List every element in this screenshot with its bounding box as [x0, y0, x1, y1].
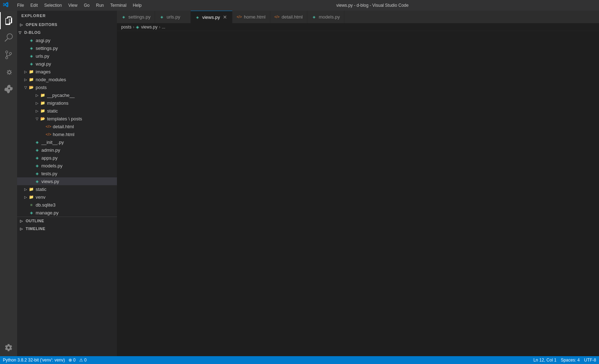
status-errors[interactable]: ⊗ 0	[68, 358, 76, 363]
status-encoding[interactable]: UTF-8	[584, 358, 596, 363]
folder-venv-arrow: ▷	[23, 195, 29, 199]
folder-venv[interactable]: ▷ 📁 venv	[17, 193, 117, 201]
menu-terminal[interactable]: Terminal	[107, 2, 129, 9]
html-file-icon: </>	[46, 131, 51, 137]
tab-views-close[interactable]: ✕	[222, 15, 228, 20]
status-ln-col[interactable]: Ln 12, Col 1	[533, 358, 557, 363]
tab-detail[interactable]: </> detail.html	[270, 11, 307, 23]
tab-settings[interactable]: ◈ settings.py	[117, 11, 155, 23]
folder-icon: 📁	[40, 108, 46, 114]
folder-posts[interactable]: ▽ 📂 posts	[17, 83, 117, 91]
breadcrumb-file[interactable]: views.py	[141, 25, 158, 30]
outline-label: OUTLINE	[26, 219, 44, 223]
folder-icon: 📁	[29, 77, 34, 82]
status-python[interactable]: Python 3.8.2 32-bit ('venv': venv)	[3, 358, 65, 363]
folder-static-arrow: ▷	[34, 109, 40, 113]
python-file-icon: ◈	[34, 178, 40, 184]
file-urls[interactable]: ◈ urls.py	[17, 52, 117, 60]
folder-venv-label: venv	[36, 194, 45, 200]
file-admin[interactable]: ◈ admin.py	[17, 146, 117, 154]
folder-templates-arrow: ▽	[34, 117, 40, 121]
timeline-section[interactable]: ▷ TIMELINE	[17, 225, 117, 233]
file-init[interactable]: ◈ __init__.py	[17, 138, 117, 146]
file-admin-label: admin.py	[41, 147, 60, 153]
activity-search[interactable]	[0, 29, 17, 46]
tab-views-label: views.py	[202, 15, 220, 20]
folder-images-arrow: ▷	[23, 70, 29, 74]
menu-help[interactable]: Help	[130, 2, 145, 9]
folder-icon: 📁	[40, 100, 46, 106]
file-db-label: db.sqlite3	[36, 202, 56, 208]
tab-urls[interactable]: ◈ urls.py	[155, 11, 191, 23]
file-home-html-label: home.html	[53, 132, 75, 137]
folder-migrations-arrow: ▷	[34, 101, 40, 105]
folder-templates-posts[interactable]: ▽ 📂 templates \ posts	[17, 115, 117, 123]
code-area[interactable]	[117, 31, 599, 356]
activity-extensions[interactable]	[0, 80, 17, 98]
menu-view[interactable]: View	[65, 2, 80, 9]
breadcrumb-posts[interactable]: posts	[121, 25, 132, 30]
file-asgi[interactable]: ◈ asgi.py	[17, 36, 117, 44]
menu-file[interactable]: File	[14, 2, 27, 9]
python-file-icon: ◈	[34, 155, 40, 161]
python-file-icon: ◈	[29, 61, 34, 67]
titlebar: File Edit Selection View Go Run Terminal…	[0, 0, 599, 11]
tab-models[interactable]: ◈ models.py	[307, 11, 344, 23]
file-views[interactable]: ◈ views.py	[17, 177, 117, 185]
python-file-icon: ◈	[34, 171, 40, 176]
dblog-section[interactable]: ▽ D-BLOG	[17, 28, 117, 36]
menu-selection[interactable]: Selection	[41, 2, 65, 9]
status-spaces[interactable]: Spaces: 4	[561, 358, 580, 363]
outline-section[interactable]: ▷ OUTLINE	[17, 217, 117, 225]
file-detail-html[interactable]: </> detail.html	[17, 123, 117, 130]
activity-debug[interactable]	[0, 63, 17, 80]
menu-bar: File Edit Selection View Go Run Terminal…	[14, 2, 144, 9]
breadcrumb-more[interactable]: ...	[162, 25, 165, 30]
menu-edit[interactable]: Edit	[27, 2, 41, 9]
folder-node-modules[interactable]: ▷ 📁 node_modules	[17, 76, 117, 83]
file-tests[interactable]: ◈ tests.py	[17, 170, 117, 177]
status-warnings[interactable]: ⚠ 0	[79, 358, 87, 363]
file-wsgi[interactable]: ◈ wsgi.py	[17, 60, 117, 68]
file-detail-html-label: detail.html	[53, 124, 74, 129]
breadcrumb-sep1: ›	[133, 25, 134, 30]
folder-migrations[interactable]: ▷ 📁 migrations	[17, 99, 117, 107]
menu-go[interactable]: Go	[81, 2, 92, 9]
status-bar: Python 3.8.2 32-bit ('venv': venv) ⊗ 0 ⚠…	[0, 356, 599, 364]
tab-bar: ◈ settings.py ◈ urls.py ◈ views.py ✕ </>…	[117, 11, 599, 23]
folder-static-root[interactable]: ▷ 📁 static	[17, 185, 117, 193]
line-numbers	[117, 31, 135, 356]
file-tests-label: tests.py	[41, 171, 57, 176]
folder-pycache[interactable]: ▷ 📁 __pycache__	[17, 91, 117, 99]
activity-settings[interactable]	[0, 339, 17, 356]
tab-views[interactable]: ◈ views.py ✕	[191, 11, 232, 23]
file-settings[interactable]: ◈ settings.py	[17, 44, 117, 52]
code-content[interactable]	[135, 31, 599, 356]
open-editors-section[interactable]: ▷ OPEN EDITORS	[17, 21, 117, 28]
file-wsgi-label: wsgi.py	[36, 61, 51, 67]
folder-images[interactable]: ▷ 📁 images	[17, 68, 117, 76]
file-manage[interactable]: ◈ manage.py	[17, 209, 117, 217]
file-apps[interactable]: ◈ apps.py	[17, 154, 117, 162]
folder-static-posts[interactable]: ▷ 📁 static	[17, 107, 117, 115]
activity-explorer[interactable]	[0, 12, 17, 29]
file-models[interactable]: ◈ models.py	[17, 162, 117, 170]
tab-views-icon: ◈	[195, 15, 200, 20]
tab-home[interactable]: </> home.html	[232, 11, 270, 23]
folder-node-label: node_modules	[36, 77, 66, 82]
activity-source-control[interactable]	[0, 46, 17, 63]
menu-run[interactable]: Run	[93, 2, 107, 9]
tab-home-icon: </>	[237, 15, 242, 20]
activity-bar	[0, 11, 17, 356]
folder-icon: 📁	[29, 186, 34, 192]
file-db[interactable]: ≡ db.sqlite3	[17, 201, 117, 209]
status-left: Python 3.8.2 32-bit ('venv': venv) ⊗ 0 ⚠…	[3, 358, 87, 363]
folder-migrations-label: migrations	[47, 100, 68, 106]
tab-detail-label: detail.html	[282, 14, 303, 20]
folder-static-root-label: static	[36, 187, 46, 192]
open-editors-label: OPEN EDITORS	[26, 22, 57, 27]
sidebar-bottom: ▷ OUTLINE ▷ TIMELINE	[17, 217, 117, 233]
sidebar: EXPLORER ▷ OPEN EDITORS ▽ D-BLOG ◈ asgi.…	[17, 11, 117, 356]
file-home-html[interactable]: </> home.html	[17, 130, 117, 138]
python-file-icon: ◈	[34, 139, 40, 145]
